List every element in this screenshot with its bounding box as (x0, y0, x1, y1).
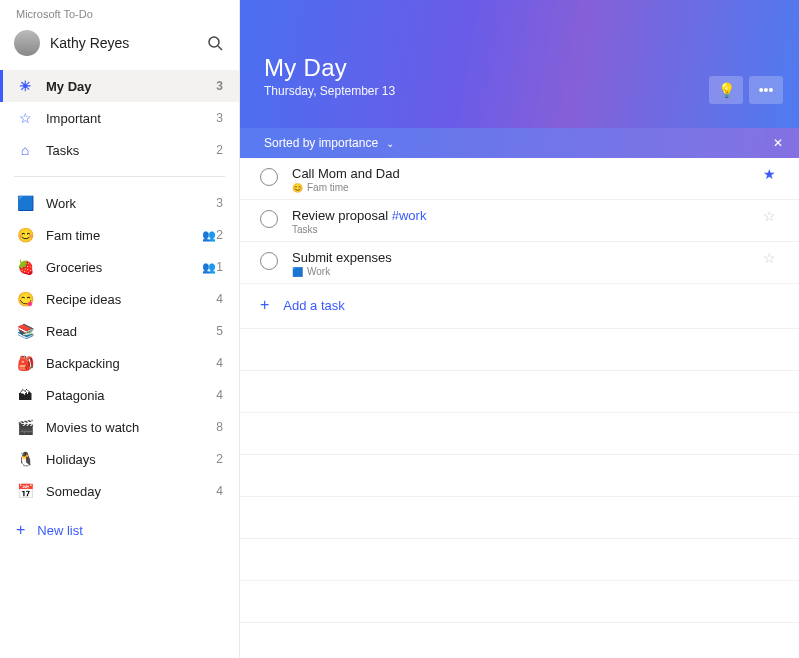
home-icon: ⌂ (16, 141, 34, 159)
add-task-label: Add a task (283, 298, 344, 313)
sidebar-item-recipe[interactable]: 😋Recipe ideas4 (0, 283, 239, 315)
list-emoji-icon: 🐧 (16, 450, 34, 468)
sort-text: Sorted by importance (264, 136, 378, 150)
shared-icon: 👥 (202, 229, 216, 242)
avatar[interactable] (14, 30, 40, 56)
list-emoji-icon: 📅 (16, 482, 34, 500)
sidebar-item-label: Tasks (46, 143, 216, 158)
ellipsis-icon: ••• (759, 82, 774, 98)
sidebar-item-work[interactable]: 🟦Work3 (0, 187, 239, 219)
add-task-button[interactable]: +Add a task (240, 284, 799, 329)
search-icon (207, 35, 223, 51)
task-body: Review proposal #workTasks (292, 208, 763, 235)
star-button[interactable]: ☆ (763, 208, 779, 224)
task-title: Review proposal #work (292, 208, 763, 223)
header: My Day Thursday, September 13 💡 ••• (240, 0, 799, 128)
sidebar-item-label: Fam time (46, 228, 198, 243)
sidebar-item-read[interactable]: 📚Read5 (0, 315, 239, 347)
task-row[interactable]: Review proposal #workTasks☆ (240, 200, 799, 242)
search-button[interactable] (203, 31, 227, 55)
lightbulb-icon: 💡 (718, 82, 735, 98)
empty-row (240, 581, 799, 623)
sidebar-item-label: Backpacking (46, 356, 216, 371)
new-list-label: New list (37, 523, 83, 538)
sidebar-item-count: 5 (216, 324, 223, 338)
task-meta: Tasks (292, 224, 763, 235)
sidebar-item-movies[interactable]: 🎬Movies to watch8 (0, 411, 239, 443)
sidebar-item-count: 2 (216, 228, 223, 242)
task-row[interactable]: Submit expenses🟦Work☆ (240, 242, 799, 284)
sort-bar[interactable]: Sorted by importance ⌄ ✕ (240, 128, 799, 158)
task-meta: 🟦Work (292, 266, 763, 277)
sidebar-item-groceries[interactable]: 🍓Groceries👥1 (0, 251, 239, 283)
app-title: Microsoft To-Do (0, 0, 239, 24)
sidebar-item-count: 4 (216, 484, 223, 498)
empty-row (240, 329, 799, 371)
main-area: My Day Thursday, September 13 💡 ••• Sort… (240, 0, 799, 658)
smart-lists: ☀ My Day 3 ☆ Important 3 ⌂ Tasks 2 (0, 66, 239, 170)
user-row: Kathy Reyes (0, 24, 239, 66)
plus-icon: + (16, 521, 25, 539)
sidebar-item-label: Patagonia (46, 388, 216, 403)
star-button[interactable]: ☆ (763, 250, 779, 266)
complete-checkbox[interactable] (260, 168, 278, 186)
task-list-name: Work (307, 266, 330, 277)
sidebar-item-label: Someday (46, 484, 216, 499)
complete-checkbox[interactable] (260, 252, 278, 270)
empty-row (240, 497, 799, 539)
task-list: Call Mom and Dad😊Fam time★Review proposa… (240, 158, 799, 658)
sidebar-item-fam[interactable]: 😊Fam time👥2 (0, 219, 239, 251)
star-icon: ☆ (16, 109, 34, 127)
sidebar-item-patagonia[interactable]: 🏔Patagonia4 (0, 379, 239, 411)
page-title: My Day (264, 54, 775, 82)
user-name: Kathy Reyes (50, 35, 203, 51)
complete-checkbox[interactable] (260, 210, 278, 228)
sidebar-item-count: 3 (216, 79, 223, 93)
svg-point-0 (209, 37, 219, 47)
empty-row (240, 371, 799, 413)
sidebar-item-count: 4 (216, 388, 223, 402)
list-emoji-icon: 📚 (16, 322, 34, 340)
task-meta: 😊Fam time (292, 182, 763, 193)
sidebar-item-count: 4 (216, 356, 223, 370)
sidebar-item-label: Groceries (46, 260, 198, 275)
sidebar-item-count: 3 (216, 111, 223, 125)
sidebar-item-holidays[interactable]: 🐧Holidays2 (0, 443, 239, 475)
list-emoji-icon: 🎬 (16, 418, 34, 436)
sidebar-item-label: Important (46, 111, 216, 126)
divider (14, 176, 225, 177)
sidebar-item-count: 8 (216, 420, 223, 434)
list-emoji-icon: 😊 (16, 226, 34, 244)
task-title: Submit expenses (292, 250, 763, 265)
sidebar-item-count: 2 (216, 452, 223, 466)
suggestions-button[interactable]: 💡 (709, 76, 743, 104)
header-actions: 💡 ••• (709, 76, 783, 104)
sidebar-item-backpacking[interactable]: 🎒Backpacking4 (0, 347, 239, 379)
star-button[interactable]: ★ (763, 166, 779, 182)
sidebar-item-count: 1 (216, 260, 223, 274)
close-sort-button[interactable]: ✕ (773, 136, 783, 150)
sidebar-item-label: Holidays (46, 452, 216, 467)
task-list-name: Fam time (307, 182, 349, 193)
sidebar-item-myday[interactable]: ☀ My Day 3 (0, 70, 239, 102)
sidebar-item-tasks[interactable]: ⌂ Tasks 2 (0, 134, 239, 166)
sidebar-item-important[interactable]: ☆ Important 3 (0, 102, 239, 134)
empty-row (240, 455, 799, 497)
sidebar-item-label: Recipe ideas (46, 292, 216, 307)
sun-icon: ☀ (16, 77, 34, 95)
sidebar: Microsoft To-Do Kathy Reyes ☀ My Day 3 ☆… (0, 0, 240, 658)
list-emoji-icon: 🎒 (16, 354, 34, 372)
sidebar-item-count: 3 (216, 196, 223, 210)
sidebar-item-count: 2 (216, 143, 223, 157)
page-date: Thursday, September 13 (264, 84, 775, 98)
chevron-down-icon: ⌄ (386, 138, 394, 149)
new-list-button[interactable]: + New list (0, 511, 239, 549)
task-list-name: Tasks (292, 224, 318, 235)
task-body: Submit expenses🟦Work (292, 250, 763, 277)
list-emoji-icon: 😊 (292, 183, 303, 193)
task-row[interactable]: Call Mom and Dad😊Fam time★ (240, 158, 799, 200)
empty-row (240, 623, 799, 658)
sidebar-item-someday[interactable]: 📅Someday4 (0, 475, 239, 507)
list-emoji-icon: 🟦 (16, 194, 34, 212)
more-button[interactable]: ••• (749, 76, 783, 104)
